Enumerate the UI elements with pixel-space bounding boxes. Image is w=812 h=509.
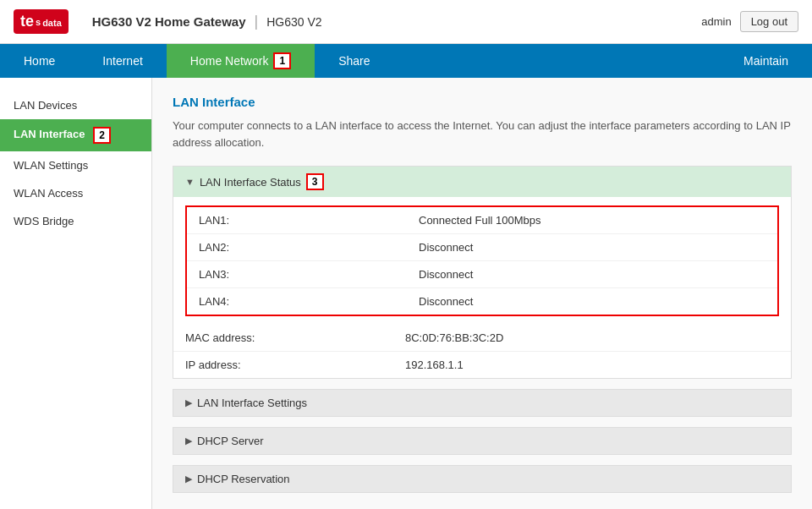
- ip-label: IP address:: [185, 358, 405, 371]
- lan3-label: LAN3:: [199, 268, 419, 281]
- main-content: LAN Interface Your computer connects to …: [152, 78, 812, 509]
- brand-data: data: [42, 18, 62, 28]
- lan1-row: LAN1: Connected Full 100Mbps: [187, 207, 777, 234]
- ip-value: 192.168.1.1: [405, 358, 464, 371]
- logout-button[interactable]: Log out: [740, 11, 798, 32]
- mac-row: MAC address: 8C:0D:76:BB:3C:2D: [173, 325, 791, 352]
- lan3-row: LAN3: Disconnect: [187, 261, 777, 288]
- lan4-label: LAN4:: [199, 295, 419, 308]
- brand-s: s: [36, 17, 41, 27]
- lan-ports-status-box: LAN1: Connected Full 100Mbps LAN2: Disco…: [185, 205, 779, 316]
- mac-label: MAC address:: [185, 331, 405, 344]
- lan4-row: LAN4: Disconnect: [187, 288, 777, 315]
- ip-row: IP address: 192.168.1.1: [173, 352, 791, 378]
- section-header-dhcp-server[interactable]: ▶ DHCP Server: [173, 428, 791, 454]
- sidebar-annotation: 2: [93, 127, 111, 144]
- lan2-row: LAN2: Disconnect: [187, 234, 777, 261]
- sidebar-item-wlan-settings[interactable]: WLAN Settings: [0, 151, 151, 179]
- section-dhcp-reservation: ▶ DHCP Reservation: [173, 465, 792, 493]
- section-header-lan-settings[interactable]: ▶ LAN Interface Settings: [173, 390, 791, 416]
- arrow-right-icon2: ▶: [185, 435, 192, 446]
- admin-label: admin: [701, 15, 731, 28]
- nav-spacer: [393, 44, 720, 78]
- section-header-lan-status[interactable]: ▼ LAN Interface Status 3: [173, 167, 791, 197]
- nav-home[interactable]: Home: [0, 44, 79, 78]
- header: tes data HG630 V2 Home Gateway | HG630 V…: [0, 0, 812, 44]
- nav-maintain[interactable]: Maintain: [720, 44, 812, 78]
- sidebar: LAN Devices LAN Interface 2 WLAN Setting…: [0, 78, 152, 509]
- section-annotation: 3: [306, 173, 324, 190]
- lan3-value: Disconnect: [419, 268, 473, 281]
- section-label-dhcp-server: DHCP Server: [197, 435, 264, 447]
- nav-annotation: 1: [273, 52, 291, 69]
- arrow-down-icon: ▼: [185, 177, 195, 187]
- sidebar-item-wlan-access[interactable]: WLAN Access: [0, 179, 151, 207]
- header-model: HG630 V2: [266, 15, 321, 29]
- nav-home-network[interactable]: Home Network 1: [167, 44, 315, 78]
- section-label-lan-settings: LAN Interface Settings: [197, 397, 307, 409]
- header-separator: |: [255, 13, 259, 30]
- lan1-value: Connected Full 100Mbps: [419, 214, 541, 227]
- section-header-dhcp-reservation[interactable]: ▶ DHCP Reservation: [173, 466, 791, 492]
- nav-share[interactable]: Share: [315, 44, 393, 78]
- section-label-lan-status: LAN Interface Status: [200, 176, 301, 189]
- lan2-value: Disconnect: [419, 241, 473, 254]
- main-nav: Home Internet Home Network 1 Share Maint…: [0, 44, 812, 78]
- section-lan-interface-status: ▼ LAN Interface Status 3 LAN1: Connected…: [173, 166, 792, 379]
- sidebar-item-lan-devices[interactable]: LAN Devices: [0, 91, 151, 119]
- page-layout: LAN Devices LAN Interface 2 WLAN Setting…: [0, 78, 812, 509]
- lan4-value: Disconnect: [419, 295, 473, 308]
- brand-logo: tes data: [14, 9, 69, 34]
- section-dhcp-server: ▶ DHCP Server: [173, 427, 792, 455]
- page-description: Your computer connects to a LAN interfac…: [173, 118, 792, 151]
- gateway-title: HG630 V2 Home Gateway: [92, 14, 246, 29]
- section-label-dhcp-reservation: DHCP Reservation: [197, 473, 290, 485]
- lan2-label: LAN2:: [199, 241, 419, 254]
- header-right: admin Log out: [701, 11, 798, 32]
- lan1-label: LAN1:: [199, 214, 419, 227]
- sidebar-item-lan-interface[interactable]: LAN Interface 2: [0, 119, 151, 151]
- page-title: LAN Interface: [173, 95, 792, 109]
- mac-value: 8C:0D:76:BB:3C:2D: [405, 331, 503, 344]
- section-lan-interface-settings: ▶ LAN Interface Settings: [173, 389, 792, 417]
- logo: tes data: [14, 9, 69, 34]
- arrow-right-icon3: ▶: [185, 473, 192, 484]
- nav-internet[interactable]: Internet: [79, 44, 166, 78]
- arrow-right-icon: ▶: [185, 397, 192, 408]
- sidebar-item-wds-bridge[interactable]: WDS Bridge: [0, 207, 151, 235]
- brand-te: te: [20, 13, 34, 30]
